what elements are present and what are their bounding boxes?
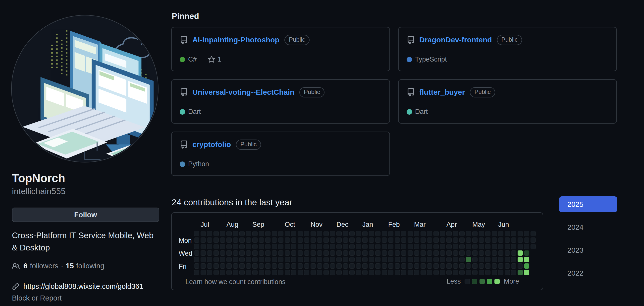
contribution-cell[interactable] (278, 244, 284, 249)
contribution-cell[interactable] (310, 244, 316, 249)
contribution-cell[interactable] (324, 237, 329, 243)
contribution-cell[interactable] (492, 237, 497, 243)
contribution-cell[interactable] (246, 250, 251, 256)
contribution-cell[interactable] (511, 244, 516, 249)
contribution-cell[interactable] (524, 270, 529, 275)
contribution-cell[interactable] (369, 244, 374, 249)
contribution-cell[interactable] (207, 237, 212, 243)
followers-label[interactable]: followers (30, 262, 58, 270)
contribution-cell[interactable] (317, 257, 322, 262)
contribution-cell[interactable] (259, 244, 264, 249)
contribution-cell[interactable] (291, 244, 296, 249)
contribution-cell[interactable] (265, 263, 270, 269)
contribution-cell[interactable] (492, 231, 497, 236)
contribution-cell[interactable] (220, 257, 225, 262)
contribution-cell[interactable] (207, 244, 212, 249)
contribution-cell[interactable] (459, 257, 464, 262)
contribution-cell[interactable] (395, 250, 400, 256)
contribution-cell[interactable] (343, 257, 348, 262)
contribution-cell[interactable] (226, 237, 232, 243)
contribution-cell[interactable] (278, 257, 284, 262)
contribution-cell[interactable] (472, 270, 478, 275)
contribution-cell[interactable] (434, 237, 439, 243)
repo-name[interactable]: AI-Inpainting-Photoshop (192, 36, 280, 44)
contribution-cell[interactable] (330, 263, 335, 269)
contribution-cell[interactable] (272, 270, 277, 275)
contribution-cell[interactable] (349, 231, 354, 236)
contribution-cell[interactable] (214, 244, 219, 249)
contribution-cell[interactable] (427, 237, 432, 243)
contribution-cell[interactable] (530, 231, 536, 236)
contribution-cell[interactable] (246, 263, 251, 269)
contribution-cell[interactable] (298, 244, 303, 249)
contribution-cell[interactable] (291, 270, 296, 275)
contribution-cell[interactable] (194, 270, 199, 275)
contribution-cell[interactable] (414, 244, 419, 249)
contribution-cell[interactable] (492, 244, 497, 249)
contribution-cell[interactable] (240, 231, 244, 236)
contribution-cell[interactable] (272, 237, 277, 243)
contribution-cell[interactable] (200, 263, 206, 269)
contribution-cell[interactable] (375, 244, 380, 249)
contribution-cell[interactable] (472, 263, 478, 269)
contribution-cell[interactable] (518, 250, 523, 256)
contribution-cell[interactable] (285, 257, 290, 262)
count-contributions-link[interactable]: Learn how we count contributions (186, 278, 286, 286)
contribution-cell[interactable] (226, 244, 232, 249)
contribution-cell[interactable] (343, 231, 348, 236)
contribution-cell[interactable] (356, 250, 361, 256)
contribution-cell[interactable] (511, 263, 516, 269)
block-or-report-link[interactable]: Block or Report (12, 294, 62, 302)
contribution-cell[interactable] (207, 263, 212, 269)
contribution-cell[interactable] (240, 270, 244, 275)
contribution-cell[interactable] (395, 257, 400, 262)
contribution-cell[interactable] (511, 237, 516, 243)
contribution-cell[interactable] (459, 244, 464, 249)
repo-name[interactable]: cryptofolio (192, 140, 231, 149)
contribution-cell[interactable] (272, 244, 277, 249)
year-2024[interactable]: 2024 (559, 219, 617, 235)
contribution-cell[interactable] (259, 237, 264, 243)
contribution-cell[interactable] (395, 237, 400, 243)
contribution-cell[interactable] (427, 250, 432, 256)
contribution-cell[interactable] (395, 270, 400, 275)
contribution-cell[interactable] (498, 231, 504, 236)
contribution-cell[interactable] (356, 270, 361, 275)
contribution-cell[interactable] (453, 257, 458, 262)
contribution-cell[interactable] (388, 244, 394, 249)
contribution-cell[interactable] (414, 263, 419, 269)
contribution-cell[interactable] (336, 270, 342, 275)
contribution-cell[interactable] (524, 250, 529, 256)
contribution-cell[interactable] (317, 244, 322, 249)
contribution-cell[interactable] (349, 270, 354, 275)
contribution-cell[interactable] (485, 263, 490, 269)
contribution-cell[interactable] (427, 270, 432, 275)
contribution-cell[interactable] (388, 270, 394, 275)
contribution-cell[interactable] (453, 244, 458, 249)
contribution-cell[interactable] (369, 263, 374, 269)
contribution-cell[interactable] (298, 231, 303, 236)
website-url[interactable]: https://global808.wixsite.com/gold361 (24, 282, 143, 290)
contribution-cell[interactable] (252, 244, 258, 249)
contribution-cell[interactable] (401, 263, 406, 269)
repo-stars[interactable]: 1 (208, 56, 222, 63)
contribution-cell[interactable] (472, 244, 478, 249)
contribution-cell[interactable] (330, 231, 335, 236)
contribution-cell[interactable] (233, 244, 238, 249)
contribution-cell[interactable] (200, 237, 206, 243)
contribution-cell[interactable] (505, 250, 510, 256)
contribution-cell[interactable] (420, 257, 426, 262)
contribution-cell[interactable] (220, 250, 225, 256)
contribution-cell[interactable] (220, 244, 225, 249)
contribution-cell[interactable] (349, 263, 354, 269)
contribution-cell[interactable] (427, 257, 432, 262)
contribution-cell[interactable] (408, 237, 413, 243)
contribution-cell[interactable] (304, 263, 309, 269)
repo-name[interactable]: flutter_buyer (419, 88, 465, 96)
contribution-cell[interactable] (285, 250, 290, 256)
contribution-cell[interactable] (453, 250, 458, 256)
contribution-cell[interactable] (246, 237, 251, 243)
contribution-cell[interactable] (420, 250, 426, 256)
contribution-cell[interactable] (459, 263, 464, 269)
contribution-cell[interactable] (226, 231, 232, 236)
